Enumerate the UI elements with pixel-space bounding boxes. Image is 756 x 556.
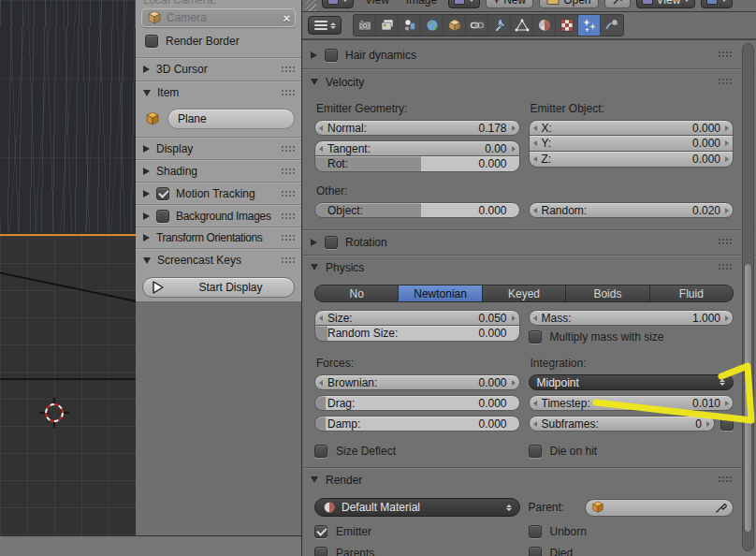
size-deflect-row[interactable]: Size Deflect — [314, 445, 520, 458]
panel-grip-icon[interactable] — [718, 476, 732, 484]
tab-scene[interactable] — [399, 15, 421, 36]
die-on-hit-checkbox[interactable] — [529, 445, 542, 458]
panel-grip-icon[interactable] — [281, 234, 295, 242]
random-field[interactable]: Random: 0.020 — [529, 202, 734, 218]
panel-grip-icon[interactable] — [718, 263, 732, 271]
panel-rotation[interactable]: Rotation — [302, 232, 756, 252]
tab-modifiers[interactable] — [488, 15, 511, 36]
parent-object-field[interactable] — [585, 499, 734, 517]
panel-grip-icon[interactable] — [281, 190, 295, 198]
normal-field[interactable]: Normal: 0.178 — [314, 120, 520, 136]
multiply-mass-row[interactable]: Multiply mass with size — [529, 330, 734, 344]
panel-grip-icon[interactable] — [281, 89, 295, 97]
tab-world[interactable] — [421, 15, 443, 36]
multiply-mass-checkbox[interactable] — [529, 330, 542, 344]
sidebar-item-screencast-keys[interactable]: Screencast Keys — [143, 250, 295, 271]
subframes-field[interactable]: Subframes: 0 — [529, 416, 716, 432]
panel-grip-icon[interactable] — [281, 145, 295, 154]
browse-arrow-button[interactable] — [604, 0, 631, 8]
camera-object-field[interactable]: Camera × — [141, 8, 296, 27]
x-field[interactable]: X: 0.000 — [529, 120, 734, 136]
physics-type-newtonian[interactable]: Newtonian — [399, 285, 482, 302]
panel-grip-icon[interactable] — [718, 78, 732, 86]
adaptive-checkbox[interactable] — [720, 417, 734, 431]
menu-view[interactable]: View — [359, 0, 395, 7]
panel-grip-icon[interactable] — [718, 51, 732, 59]
drag-slider[interactable]: Drag: 0.000 — [314, 395, 520, 411]
panel-grip-icon[interactable] — [718, 238, 732, 246]
died-row[interactable]: Died — [529, 547, 734, 556]
editor-type-dropdown[interactable] — [308, 16, 342, 35]
panel-grip-icon[interactable] — [281, 212, 295, 221]
z-field[interactable]: Z: 0.000 — [529, 152, 734, 168]
panel-grip-icon[interactable] — [281, 256, 295, 265]
sidebar-item-item[interactable]: Item — [143, 82, 295, 103]
unborn-checkbox[interactable] — [529, 525, 542, 538]
timestep-field[interactable]: Timestep: 0.010 — [529, 395, 734, 411]
parents-row[interactable]: Parents — [314, 547, 520, 556]
panel-render[interactable]: Render — [302, 470, 756, 490]
tab-object[interactable] — [443, 15, 466, 36]
physics-type-keyed[interactable]: Keyed — [483, 285, 566, 302]
sidebar-item-3d-cursor[interactable]: 3D Cursor — [143, 59, 295, 80]
size-deflect-checkbox[interactable] — [314, 445, 327, 458]
background-images-checkbox[interactable] — [156, 210, 169, 223]
damp-slider[interactable]: Damp: 0.000 — [314, 416, 520, 432]
tab-particles[interactable] — [578, 15, 601, 36]
tab-render-layers[interactable] — [376, 15, 399, 36]
view-mode-dropdown[interactable]: View — [636, 0, 696, 8]
y-field[interactable]: Y: 0.000 — [529, 136, 734, 152]
tab-constraints[interactable] — [466, 15, 488, 36]
object-slider[interactable]: Object: 0.000 — [314, 202, 520, 218]
emitter-checkbox[interactable] — [314, 525, 327, 538]
physics-type-boids[interactable]: Boids — [566, 285, 649, 302]
integrator-dropdown[interactable]: Midpoint — [529, 374, 734, 390]
editor-corner-widget[interactable] — [306, 0, 316, 11]
tab-texture[interactable] — [556, 15, 578, 36]
scrollbar-track[interactable] — [742, 43, 754, 551]
sidebar-item-background-images[interactable]: Background Images — [143, 206, 295, 227]
tab-object-data[interactable] — [511, 15, 533, 36]
mass-field[interactable]: Mass: 1.000 — [529, 310, 734, 326]
tangent-field[interactable]: Tangent: 0.00 — [314, 140, 520, 156]
brownian-field[interactable]: Brownian: 0.000 — [314, 374, 520, 390]
physics-type-fluid[interactable]: Fluid — [650, 285, 734, 302]
motion-tracking-checkbox[interactable] — [156, 187, 169, 200]
physics-type-no[interactable]: No — [314, 285, 399, 302]
die-on-hit-row[interactable]: Die on hit — [529, 445, 734, 458]
panel-hair-dynamics[interactable]: Hair dynamics — [302, 45, 756, 65]
render-border-row[interactable]: Render Border — [145, 35, 240, 48]
viewport-3d[interactable] — [0, 0, 136, 535]
panel-velocity[interactable]: Velocity — [302, 72, 756, 92]
menu-image[interactable]: Image — [400, 0, 443, 7]
sidebar-item-transform-orientations[interactable]: Transform Orientations — [143, 227, 295, 248]
clear-x-icon[interactable]: × — [283, 11, 290, 25]
rot-slider[interactable]: Rot: 0.000 — [314, 156, 520, 172]
tab-material[interactable] — [533, 15, 556, 36]
rotation-checkbox[interactable] — [325, 236, 338, 249]
sidebar-item-shading[interactable]: Shading — [143, 161, 295, 182]
panel-grip-icon[interactable] — [281, 168, 295, 176]
tab-physics[interactable] — [601, 15, 623, 36]
image-datablock-dropdown[interactable] — [448, 0, 480, 8]
scrollbar-thumb[interactable] — [744, 263, 752, 533]
eyedropper-icon[interactable] — [715, 502, 727, 514]
hair-dynamics-checkbox[interactable] — [325, 49, 338, 62]
render-border-checkbox[interactable] — [145, 35, 158, 48]
editor-type-dropdown[interactable] — [322, 0, 354, 8]
tab-render[interactable] — [354, 15, 376, 36]
unborn-row[interactable]: Unborn — [529, 525, 734, 538]
panel-physics[interactable]: Physics — [302, 257, 756, 277]
sidebar-item-display[interactable]: Display — [143, 139, 295, 159]
size-field[interactable]: Size: 0.050 — [314, 310, 520, 326]
open-image-button[interactable]: Open — [539, 0, 598, 8]
random-size-slider[interactable]: Random Size: 0.000 — [314, 326, 520, 342]
pivot-dropdown[interactable] — [701, 0, 733, 8]
sidebar-item-motion-tracking[interactable]: Motion Tracking — [143, 183, 295, 204]
object-name-input[interactable]: Plane — [167, 109, 295, 129]
material-dropdown[interactable]: Default Material — [314, 498, 520, 517]
start-display-button[interactable]: Start Display — [142, 277, 295, 298]
emitter-row[interactable]: Emitter — [314, 525, 520, 538]
panel-grip-icon[interactable] — [281, 66, 295, 74]
new-image-button[interactable]: + New — [486, 0, 533, 8]
